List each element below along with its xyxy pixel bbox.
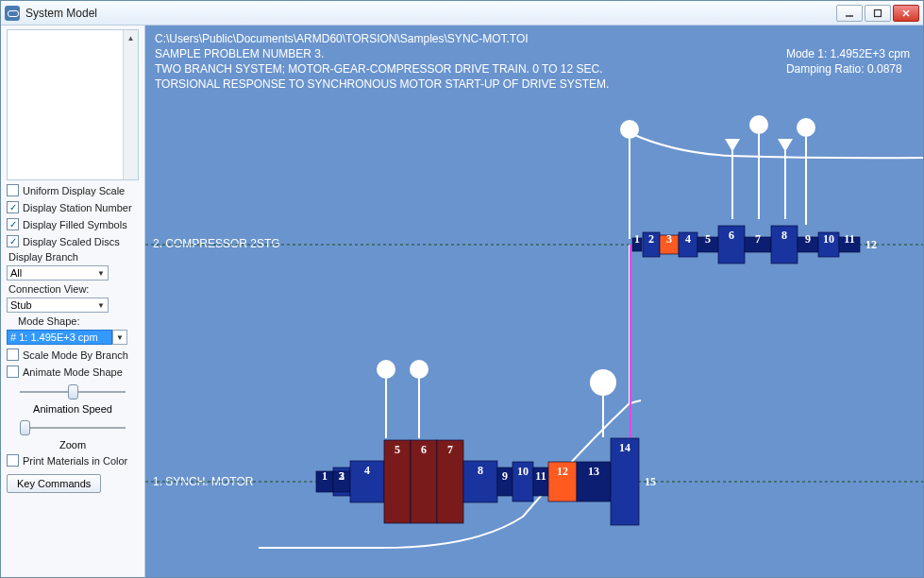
svg-text:11: 11 [844, 232, 854, 246]
svg-text:5: 5 [395, 443, 400, 456]
svg-text:15: 15 [645, 475, 656, 488]
svg-text:3: 3 [666, 232, 672, 246]
svg-rect-1 [875, 9, 882, 16]
checkbox-icon: ✓ [7, 235, 19, 247]
svg-point-72 [797, 118, 815, 137]
minimize-button[interactable] [836, 5, 863, 22]
checkbox-icon [7, 184, 19, 196]
svg-text:5: 5 [705, 232, 711, 246]
svg-point-68 [749, 115, 768, 134]
svg-marker-66 [725, 139, 740, 152]
svg-text:8: 8 [478, 464, 483, 477]
svg-text:7: 7 [447, 443, 453, 456]
chevron-down-icon: ▼ [97, 269, 105, 278]
scaled-discs-checkbox[interactable]: ✓ Display Scaled Discs [7, 234, 139, 248]
svg-point-62 [410, 360, 428, 379]
chevron-down-icon: ▼ [116, 333, 124, 342]
scroll-up-icon[interactable]: ▲ [124, 30, 138, 45]
zoom-slider[interactable] [16, 419, 129, 436]
connection-view-label: Connection View: [7, 283, 139, 295]
scale-mode-by-branch-checkbox[interactable]: Scale Mode By Branch [7, 348, 139, 362]
app-window: System Model ▲ Uniform Display [0, 0, 924, 578]
item-listbox[interactable]: ▲ [7, 29, 139, 180]
close-button[interactable] [893, 5, 919, 22]
svg-text:1: 1 [634, 232, 640, 246]
svg-point-74 [590, 369, 616, 396]
titlebar[interactable]: System Model [1, 1, 923, 26]
print-materials-checkbox[interactable]: Print Materials in Color [7, 453, 139, 468]
svg-text:4: 4 [364, 464, 370, 477]
checkbox-label: Print Materials in Color [23, 455, 127, 467]
animate-mode-shape-checkbox[interactable]: Animate Mode Shape [7, 365, 139, 379]
checkbox-icon [7, 348, 19, 361]
checkbox-label: Display Scaled Discs [23, 236, 120, 247]
svg-point-60 [377, 360, 395, 379]
svg-text:13: 13 [588, 465, 599, 478]
svg-text:10: 10 [517, 465, 529, 478]
uniform-scale-checkbox[interactable]: Uniform Display Scale [7, 183, 139, 197]
select-value: All [10, 267, 22, 279]
svg-marker-70 [778, 139, 793, 152]
checkbox-label: Uniform Display Scale [23, 185, 125, 196]
svg-text:8: 8 [781, 229, 787, 242]
animation-speed-slider[interactable] [16, 383, 129, 400]
chevron-down-icon: ▼ [97, 301, 105, 310]
branch-label: Display Branch [7, 251, 139, 263]
svg-text:9: 9 [502, 469, 508, 483]
mode-shape-select[interactable]: # 1: 1.495E+3 cpm [7, 330, 112, 345]
checkbox-icon: ✓ [7, 201, 19, 213]
svg-text:7: 7 [755, 232, 761, 246]
svg-text:14: 14 [619, 441, 630, 454]
svg-text:6: 6 [729, 229, 734, 242]
select-value: # 1: 1.495E+3 cpm [10, 332, 98, 343]
svg-text:4: 4 [685, 232, 691, 246]
zoom-label: Zoom [7, 439, 139, 450]
model-diagram: 123456789101112131415123456789101112 [145, 26, 923, 577]
window-title: System Model [25, 7, 836, 20]
listbox-scrollbar[interactable]: ▲ [123, 30, 138, 179]
svg-text:12: 12 [865, 238, 877, 251]
checkbox-label: Display Filled Symbols [23, 219, 127, 230]
svg-text:2: 2 [648, 232, 654, 246]
maximize-button[interactable] [865, 5, 891, 22]
model-viewport[interactable]: C:\Users\Public\Documents\ARMD60\TORSION… [145, 26, 923, 577]
select-value: Stub [10, 299, 32, 311]
svg-text:9: 9 [805, 232, 811, 246]
svg-text:1: 1 [322, 469, 328, 483]
filled-symbols-checkbox[interactable]: ✓ Display Filled Symbols [7, 217, 139, 231]
sidebar: ▲ Uniform Display Scale ✓ Display Statio… [1, 26, 145, 577]
app-icon [5, 6, 20, 21]
connection-view-select[interactable]: Stub ▼ [7, 298, 109, 313]
svg-text:11: 11 [535, 469, 546, 483]
checkbox-label: Scale Mode By Branch [23, 349, 128, 361]
branch-select[interactable]: All ▼ [7, 265, 109, 280]
svg-text:12: 12 [557, 465, 568, 478]
svg-text:10: 10 [823, 232, 834, 246]
station-number-checkbox[interactable]: ✓ Display Station Number [7, 200, 139, 214]
checkbox-icon [7, 366, 19, 378]
svg-text:6: 6 [421, 443, 427, 456]
mode-shape-label: Mode Shape: [7, 315, 139, 327]
checkbox-label: Animate Mode Shape [23, 366, 123, 378]
svg-text:3: 3 [339, 469, 344, 483]
key-commands-button[interactable]: Key Commands [7, 474, 101, 493]
checkbox-icon: ✓ [7, 218, 19, 230]
mode-shape-dropdown-button[interactable]: ▼ [112, 330, 127, 345]
checkbox-label: Display Station Number [23, 202, 132, 213]
svg-point-64 [620, 120, 639, 139]
animation-speed-label: Animation Speed [7, 403, 139, 415]
checkbox-icon [7, 454, 19, 467]
